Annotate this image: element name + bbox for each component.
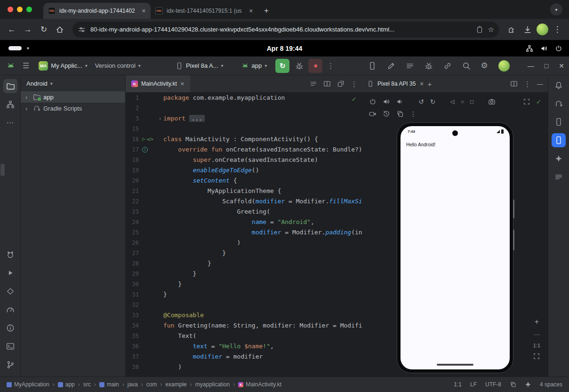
volume-up-icon[interactable] — [383, 98, 390, 105]
screen-record-icon[interactable] — [369, 110, 377, 118]
window-close-light[interactable] — [8, 7, 13, 12]
ai-status-icon[interactable] — [525, 381, 531, 388]
device-power-icon[interactable] — [369, 98, 377, 105]
breadcrumb-item[interactable]: app — [58, 381, 75, 388]
code-line[interactable]: 18 super.onCreate(savedInstanceState) — [126, 155, 362, 165]
logcat-icon[interactable] — [406, 62, 414, 70]
device-panel-more-icon[interactable]: ⋮ — [524, 80, 531, 88]
debug-button[interactable] — [295, 62, 304, 70]
override-gutter-icon[interactable]: ↑ — [142, 147, 148, 152]
device-selector[interactable]: Pixel 8a A... ▾ — [173, 59, 226, 73]
android-home-icon[interactable]: ○ — [461, 99, 464, 104]
site-settings-icon[interactable] — [78, 26, 86, 33]
plugins-link-icon[interactable] — [443, 62, 452, 70]
run-more-icon[interactable]: ⋮ — [327, 62, 334, 69]
breadcrumb-item[interactable]: KMainActivity.kt — [238, 381, 281, 388]
code-line[interactable]: 38 ) — [126, 362, 362, 372]
code-line[interactable]: 23 Greeting( — [126, 207, 362, 217]
tab-close-icon[interactable]: ✕ — [180, 81, 184, 87]
code-line[interactable]: 16▷</>class MainActivity : ComponentActi… — [126, 134, 362, 144]
url-text[interactable]: 80-idx-my-android-app-1744140290428.clus… — [90, 26, 471, 33]
device-tab-close-icon[interactable]: ✕ — [419, 81, 424, 87]
line-separator[interactable]: LF — [470, 381, 477, 388]
tab-close-icon[interactable]: ✕ — [249, 8, 253, 14]
tree-item-app[interactable]: › app — [21, 91, 125, 103]
run-tool-icon[interactable] — [3, 266, 17, 280]
android-back-icon[interactable]: ◁ — [450, 99, 454, 104]
breadcrumb-item[interactable]: src — [83, 381, 91, 388]
gemini-icon[interactable] — [552, 152, 566, 166]
breadcrumb-item[interactable]: MyApplication — [7, 381, 49, 388]
volume-icon[interactable] — [540, 45, 548, 52]
add-device-icon[interactable]: + — [428, 80, 432, 88]
tab-close-icon[interactable]: ✕ — [142, 8, 146, 14]
device-more-icon[interactable]: ⋮ — [410, 111, 417, 117]
problems-tool-icon[interactable] — [3, 321, 17, 335]
code-line[interactable]: 35 Text( — [126, 331, 362, 341]
tab-list-icon[interactable] — [310, 80, 317, 88]
cursor-position[interactable]: 1:1 — [454, 381, 462, 388]
browser-tab-active[interactable]: VNC idx-my-android-app-17441402 ✕ — [43, 3, 151, 19]
address-bar[interactable]: 80-idx-my-android-app-1744140290428.clus… — [72, 22, 499, 38]
code-line[interactable]: 31} — [126, 289, 362, 300]
browser-menu-icon[interactable]: ⋮ — [550, 23, 564, 37]
device-reset-icon[interactable] — [383, 110, 390, 118]
browser-profile-avatar[interactable] — [537, 24, 548, 35]
forward-button[interactable]: → — [21, 23, 35, 37]
search-everywhere-icon[interactable] — [462, 62, 471, 70]
rotate-left-icon[interactable]: ↺ — [418, 98, 424, 105]
edit-icon[interactable] — [387, 62, 395, 70]
ide-profile-avatar[interactable] — [498, 60, 510, 72]
zoom-level[interactable]: 1:1 — [533, 343, 540, 348]
run-gutter-icon[interactable]: ▷ — [142, 134, 145, 144]
app-inspection-icon[interactable] — [425, 62, 433, 70]
file-encoding[interactable]: UTF-8 — [485, 381, 501, 388]
window-zoom-light[interactable] — [26, 7, 32, 12]
code-line[interactable]: 33@Composable — [126, 310, 362, 320]
tree-item-gradle-scripts[interactable]: › Gradle Scripts — [21, 103, 125, 114]
clipboard-icon[interactable] — [476, 26, 483, 33]
app-quality-insights-icon[interactable] — [3, 284, 17, 298]
breadcrumb-item[interactable]: main — [99, 381, 119, 388]
fit-to-window-icon[interactable] — [533, 353, 540, 360]
window-minimize-light[interactable] — [17, 7, 23, 12]
maximize-icon[interactable]: □ — [545, 62, 548, 70]
zoom-in-icon[interactable]: + — [535, 318, 539, 326]
minimize-icon[interactable]: — — [528, 62, 534, 70]
back-button[interactable]: ← — [5, 23, 19, 37]
breadcrumb-item[interactable]: com — [146, 381, 157, 388]
volume-down-icon[interactable] — [396, 98, 404, 105]
profiler-tool-icon[interactable] — [3, 303, 17, 317]
version-control-tool-icon[interactable] — [3, 358, 17, 372]
run-config-selector[interactable]: app ▾ — [239, 59, 270, 73]
code-line[interactable]: 25 modifier = Modifier.padding(innerPadd… — [126, 227, 362, 238]
bookmark-star-icon[interactable]: ☆ — [488, 26, 494, 33]
code-line[interactable]: 36 text = "Hello $name!", — [126, 341, 362, 352]
running-devices-icon[interactable] — [552, 133, 566, 147]
terminal-tool-icon[interactable] — [3, 339, 17, 353]
gradle-tool-icon[interactable] — [552, 96, 566, 111]
detach-editor-icon[interactable] — [337, 80, 345, 88]
code-line[interactable]: 19 enableEdgeToEdge() — [126, 165, 362, 176]
stop-button[interactable]: ■ — [308, 59, 322, 73]
indent-setting[interactable]: 4 spaces — [540, 381, 562, 388]
screenshot-icon[interactable] — [488, 98, 496, 105]
main-menu-icon[interactable]: ☰ — [23, 62, 29, 70]
breadcrumb-item[interactable]: myapplication — [195, 381, 230, 388]
code-vision-icon[interactable]: </> — [147, 134, 153, 144]
android-recents-icon[interactable]: □ — [470, 99, 473, 104]
resize-device-icon[interactable] — [523, 98, 530, 105]
network-icon[interactable] — [526, 45, 533, 52]
code-line[interactable]: 20 setContent { — [126, 176, 362, 186]
code-line[interactable]: 15 — [126, 124, 362, 134]
reload-button[interactable]: ↻ — [37, 23, 51, 37]
device-tab-label[interactable]: Pixel 8a API 35 — [377, 80, 416, 87]
code-line[interactable]: 21 MyApplicationTheme { — [126, 186, 362, 196]
structure-tool-icon[interactable] — [3, 97, 17, 112]
code-line[interactable]: 27 } — [126, 248, 362, 258]
inspection-ok-icon[interactable]: ✓ — [352, 96, 357, 103]
code-line[interactable]: 29 } — [126, 269, 362, 279]
code-line[interactable]: 22 Scaffold(modifier = Modifier.fillMaxS… — [126, 196, 362, 207]
rotate-right-icon[interactable]: ↻ — [430, 98, 436, 105]
new-tab-button[interactable]: + — [260, 3, 273, 19]
